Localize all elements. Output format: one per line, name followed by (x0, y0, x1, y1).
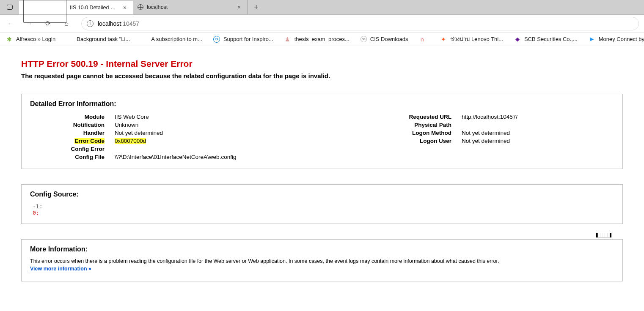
config-source-line-1: -1: (33, 203, 614, 210)
url-host: localhost (98, 20, 121, 27)
module-value: IIS Web Core (115, 114, 149, 120)
bookmark-arc[interactable]: ∩ (419, 36, 429, 43)
bookmark-cis-downloads[interactable]: cis CIS Downloads (361, 36, 408, 42)
app-menu-button[interactable] (0, 0, 19, 14)
error-left-table: ModuleIIS Web Core NotificationUnknown H… (30, 113, 309, 161)
error-title: HTTP Error 500.19 - Internal Server Erro… (21, 59, 623, 69)
watermark-icon: █████ (596, 233, 611, 237)
bookmark-label: Money Connect by... (599, 36, 644, 42)
new-tab-button[interactable]: + (248, 0, 264, 14)
page-content: HTTP Error 500.19 - Internal Server Erro… (0, 46, 644, 298)
bookmark-subscription[interactable]: A subscription to m... (141, 36, 202, 43)
more-info-heading: More Information: (30, 246, 614, 253)
bookmark-support-inspiro[interactable]: D Support for Inspiro... (213, 36, 273, 43)
bookmark-money-connect[interactable]: ▶ Money Connect by... (589, 36, 644, 43)
tab-title: localhost (147, 4, 232, 10)
alfresco-icon: ✱ (6, 36, 13, 43)
config-file-value: \\?\D:\Interface\01InterfaceNetCoreA\web… (115, 154, 236, 160)
detailed-error-block: Detailed Error Information: ModuleIIS We… (21, 94, 623, 169)
error-code-label: Error Code (30, 138, 115, 144)
bookmark-lenovo[interactable]: ✦ ช่วงน่าบ Lenovo Thi... (440, 35, 503, 44)
back-button[interactable]: ← (5, 18, 16, 29)
handler-label: Handler (30, 130, 115, 136)
bookmark-thesis-exam[interactable]: ♟ thesis_exam_proces... (284, 36, 350, 43)
dell-icon: D (213, 36, 220, 43)
close-icon[interactable]: × (235, 4, 243, 11)
url-port: :10457 (121, 20, 139, 27)
microsoft-icon (141, 36, 148, 43)
error-subtitle: The requested page cannot be accessed be… (21, 72, 623, 79)
scb-icon: ◆ (514, 36, 521, 43)
physical-path-label: Physical Path (322, 122, 462, 128)
bookmark-label: CIS Downloads (370, 36, 408, 42)
error-code-value: 0x8007000d (115, 138, 146, 144)
page-icon (23, 0, 66, 23)
bookmark-label: Alfresco » Login (16, 36, 55, 42)
bookmarks-bar: ✱ Alfresco » Login Background task "Li..… (0, 33, 644, 46)
microsoft-icon (66, 36, 73, 43)
cis-icon: cis (361, 36, 367, 42)
logon-method-label: Logon Method (322, 130, 462, 136)
tab-inactive[interactable]: localhost × (133, 0, 248, 14)
logon-user-value: Not yet determined (462, 138, 510, 144)
config-source-heading: Config Source: (30, 191, 614, 198)
detailed-error-heading: Detailed Error Information: (30, 100, 614, 108)
bookmark-label: A subscription to m... (151, 36, 202, 42)
view-more-information-link[interactable]: View more information » (30, 266, 91, 272)
bookmark-alfresco[interactable]: ✱ Alfresco » Login (6, 36, 55, 43)
requested-url-value: http://localhost:10457/ (462, 114, 517, 120)
bookmark-background-task[interactable]: Background task "Li... (66, 36, 130, 43)
close-icon[interactable]: × (121, 4, 129, 11)
config-file-label: Config File (30, 154, 115, 160)
window-icon (7, 5, 13, 10)
address-bar[interactable]: localhost:10457 (81, 17, 639, 30)
config-source-line-2: 0: (33, 210, 614, 216)
browser-tabstrip: IIS 10.0 Detailed Error - 500.19 - × loc… (0, 0, 644, 15)
module-label: Module (30, 114, 115, 120)
config-source-block: Config Source: -1: 0: (21, 184, 623, 224)
tab-title: IIS 10.0 Detailed Error - 500.19 - (70, 5, 118, 11)
thesis-icon: ♟ (284, 36, 291, 43)
notification-value: Unknown (115, 122, 138, 128)
arc-icon: ∩ (419, 36, 426, 43)
bookmark-label: ช่วงน่าบ Lenovo Thi... (450, 35, 503, 44)
bookmark-label: Support for Inspiro... (223, 36, 273, 42)
bookmark-label: Background task "Li... (77, 36, 130, 42)
site-info-icon[interactable] (87, 20, 94, 27)
logon-user-label: Logon User (322, 138, 462, 144)
more-info-text: This error occurs when there is a proble… (30, 258, 614, 264)
more-info-block: █████ More Information: This error occur… (21, 239, 623, 281)
notification-label: Notification (30, 122, 115, 128)
logon-method-value: Not yet determined (462, 130, 510, 136)
url-text: localhost:10457 (98, 20, 139, 27)
lenovo-icon: ✦ (440, 36, 447, 43)
money-icon: ▶ (589, 36, 595, 43)
bookmark-label: SCB Securities Co.,... (524, 36, 578, 42)
bookmark-scb[interactable]: ◆ SCB Securities Co.,... (514, 36, 578, 43)
tab-active[interactable]: IIS 10.0 Detailed Error - 500.19 - × (19, 0, 133, 14)
error-right-table: Requested URLhttp://localhost:10457/ Phy… (322, 113, 614, 161)
handler-value: Not yet determined (115, 130, 163, 136)
browser-toolbar: ← → ⟳ ⌂ localhost:10457 (0, 15, 644, 33)
requested-url-label: Requested URL (322, 114, 462, 120)
bookmark-label: thesis_exam_proces... (294, 36, 350, 42)
globe-icon (138, 4, 143, 10)
config-error-label: Config Error (30, 146, 115, 152)
